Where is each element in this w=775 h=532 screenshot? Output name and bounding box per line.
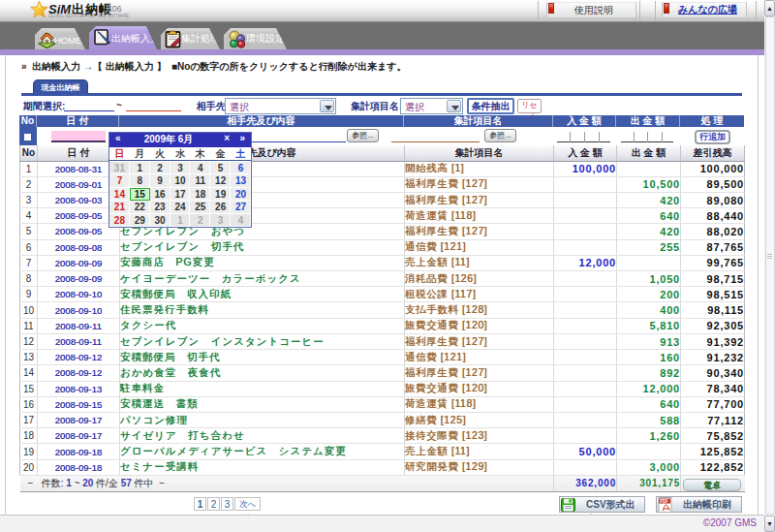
svg-text:PDF: PDF xyxy=(660,499,668,504)
